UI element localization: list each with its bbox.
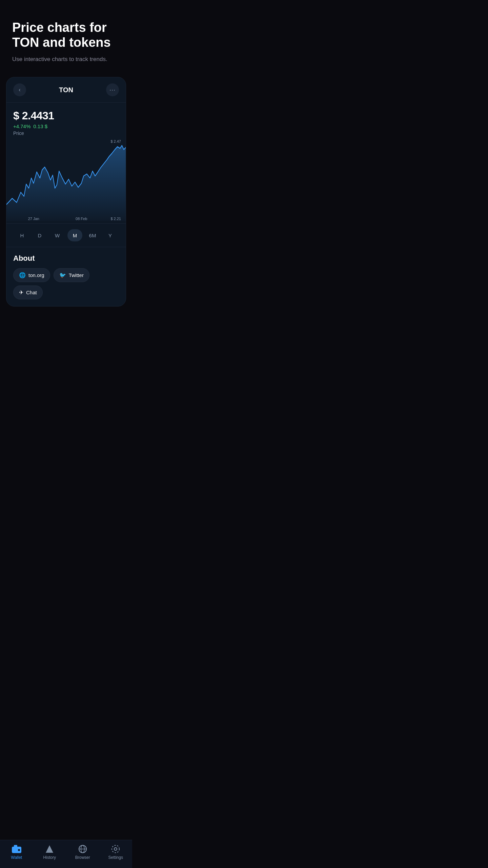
time-btn-w[interactable]: W <box>50 229 65 241</box>
nav-wallet-label: Wallet <box>11 855 22 860</box>
more-button[interactable]: ··· <box>106 83 119 96</box>
browser-icon <box>78 844 87 854</box>
wallet-icon <box>12 844 21 854</box>
nav-browser-label: Browser <box>75 855 90 860</box>
back-button[interactable]: ‹ <box>13 83 26 96</box>
nav-browser[interactable]: Browser <box>66 844 99 860</box>
settings-icon <box>111 844 120 854</box>
time-btn-d[interactable]: D <box>32 229 47 241</box>
twitter-icon: 🐦 <box>59 272 66 278</box>
card-title: TON <box>59 86 73 94</box>
time-selector: H D W M 6M Y <box>6 223 126 247</box>
chat-label: Chat <box>26 290 37 295</box>
price-chart: $ 2.47 $ 2.21 27 Jan 08 Feb <box>6 139 126 221</box>
time-btn-h[interactable]: H <box>15 229 29 241</box>
about-title: About <box>13 254 119 263</box>
history-icon <box>45 844 54 854</box>
price-change-row: +4.74% 0.13 $ <box>13 123 119 129</box>
time-btn-6m[interactable]: 6M <box>85 229 100 241</box>
svg-rect-1 <box>14 845 17 847</box>
svg-point-7 <box>114 848 117 850</box>
nav-wallet[interactable]: Wallet <box>0 844 33 860</box>
price-change-abs: 0.13 $ <box>33 123 47 129</box>
globe-icon: 🌐 <box>19 272 26 278</box>
hero-subtitle: Use interactive charts to track trends. <box>12 55 120 63</box>
chat-link[interactable]: ✈ Chat <box>13 285 43 299</box>
nav-history[interactable]: History <box>33 844 66 860</box>
time-btn-y[interactable]: Y <box>103 229 118 241</box>
chart-x-start: 27 Jan <box>28 217 39 221</box>
svg-marker-3 <box>46 845 53 853</box>
telegram-icon: ✈ <box>19 289 23 296</box>
chart-x-end: 08 Feb <box>76 217 87 221</box>
hero-title: Price charts for TON and tokens <box>12 20 120 50</box>
card-header: ‹ TON ··· <box>6 77 126 103</box>
time-btn-m[interactable]: M <box>67 229 82 241</box>
svg-point-2 <box>18 849 20 851</box>
nav-settings-label: Settings <box>108 855 123 860</box>
price-change-pct: +4.74% <box>13 123 30 129</box>
about-section: About 🌐 ton.org 🐦 Twitter ✈ Chat <box>6 247 126 306</box>
price-section: $ 2.4431 +4.74% 0.13 $ Price <box>6 103 126 136</box>
nav-settings[interactable]: Settings <box>99 844 133 860</box>
price-main: $ 2.4431 <box>13 110 119 122</box>
nav-history-label: History <box>43 855 56 860</box>
svg-point-8 <box>112 845 119 853</box>
website-link[interactable]: 🌐 ton.org <box>13 268 50 282</box>
twitter-label: Twitter <box>69 272 84 278</box>
price-label: Price <box>13 131 119 136</box>
price-card: ‹ TON ··· $ 2.4431 +4.74% 0.13 $ Price $… <box>6 77 126 307</box>
twitter-link[interactable]: 🐦 Twitter <box>54 268 89 282</box>
chart-x-labels: 27 Jan 08 Feb <box>6 217 109 221</box>
bottom-nav: Wallet History Browser Settings <box>0 840 132 868</box>
about-links: 🌐 ton.org 🐦 Twitter ✈ Chat <box>13 268 119 299</box>
website-label: ton.org <box>28 272 44 278</box>
